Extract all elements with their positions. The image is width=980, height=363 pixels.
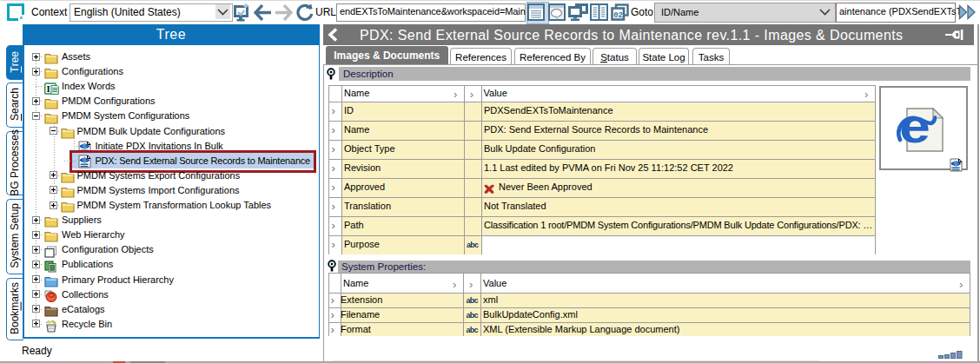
svg-text:02: 02 [613, 11, 623, 20]
svg-text:I: I [47, 83, 50, 94]
